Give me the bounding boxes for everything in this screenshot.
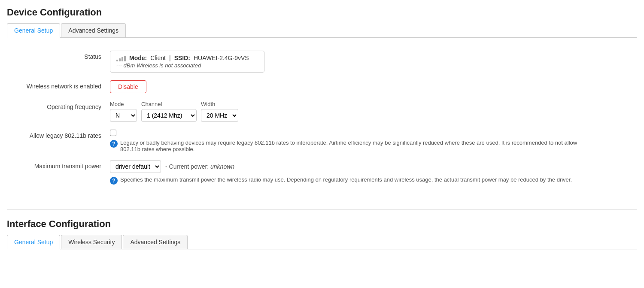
max-transmit-info: ? Specifies the maximum transmit power t… [110, 176, 582, 185]
width-select[interactable]: 20 MHz 40 MHz 80 MHz [201, 109, 238, 122]
disable-button[interactable]: Disable [110, 80, 146, 93]
legacy-info-icon: ? [110, 140, 118, 148]
ssid-value: HUAWEI-2.4G-9vVS [194, 55, 249, 61]
separator: | [169, 55, 171, 61]
dbm-value: --- dBm [116, 62, 135, 69]
status-label: Status [7, 51, 110, 60]
current-power-text: - Current power: unknown [165, 163, 234, 170]
power-select[interactable]: driver default 1 dBm 2 dBm 5 dBm 10 dBm … [110, 160, 161, 173]
mode-select[interactable]: N B G B/G A [110, 109, 137, 122]
channel-select[interactable]: 1 (2412 Mhz) 2 (2417 Mhz) 3 (2422 Mhz) 6… [141, 109, 197, 122]
transmit-info-icon: ? [110, 177, 118, 185]
device-config-title: Device Configuration [7, 7, 637, 18]
operating-frequency-label: Operating frequency [7, 101, 110, 110]
mode-freq-label: Mode [110, 101, 137, 107]
signal-icon [116, 55, 126, 61]
ssid-label: SSID: [174, 55, 190, 61]
current-power-label: - Current power: [165, 163, 209, 170]
max-transmit-control: driver default 1 dBm 2 dBm 5 dBm 10 dBm … [110, 160, 637, 185]
interface-config-title: Interface Configuration [7, 218, 637, 230]
width-group: Width 20 MHz 40 MHz 80 MHz [201, 101, 238, 122]
mode-group: Mode N B G B/G A [110, 101, 137, 122]
max-transmit-row: Maximum transmit power driver default 1 … [7, 160, 637, 185]
width-label: Width [201, 101, 238, 107]
device-config-form: Status Mode: Client | SSID: HUAWEI-2.4G-… [7, 46, 637, 201]
max-transmit-info-text: Specifies the maximum transmit power the… [120, 176, 572, 183]
tab-advanced-settings-interface[interactable]: Advanced Settings [123, 235, 188, 249]
tab-general-setup-interface[interactable]: General Setup [7, 235, 60, 249]
legacy-rates-info: ? Legacy or badly behaving devices may r… [110, 139, 582, 152]
tab-advanced-settings-device[interactable]: Advanced Settings [61, 23, 126, 37]
status-line2: --- dBm Wireless is not associated [116, 62, 258, 69]
wireless-enabled-control: Disable [110, 80, 637, 93]
status-row: Status Mode: Client | SSID: HUAWEI-2.4G-… [7, 51, 637, 73]
interface-config-tabs: General Setup Wireless Security Advanced… [7, 235, 637, 249]
operating-frequency-row: Operating frequency Mode N B G B/G A Cha… [7, 101, 637, 122]
operating-frequency-control: Mode N B G B/G A Channel 1 (2412 Mhz) 2 … [110, 101, 637, 122]
not-associated: Wireless is not associated [137, 62, 201, 69]
legacy-rates-row: Allow legacy 802.11b rates ? Legacy or b… [7, 130, 637, 152]
legacy-checkbox-row [110, 130, 637, 136]
status-value: Mode: Client | SSID: HUAWEI-2.4G-9vVS --… [110, 51, 637, 73]
interface-config-section: Interface Configuration General Setup Wi… [7, 218, 637, 249]
wireless-enabled-label: Wireless network is enabled [7, 80, 110, 90]
mode-label: Mode: [129, 55, 147, 61]
max-transmit-label: Maximum transmit power [7, 160, 110, 170]
wireless-enabled-row: Wireless network is enabled Disable [7, 80, 637, 93]
legacy-rates-control: ? Legacy or badly behaving devices may r… [110, 130, 637, 152]
current-power-value: unknown [210, 163, 234, 170]
channel-group: Channel 1 (2412 Mhz) 2 (2417 Mhz) 3 (242… [141, 101, 197, 122]
legacy-rates-info-text: Legacy or badly behaving devices may req… [120, 139, 582, 152]
mode-value: Client [150, 55, 166, 61]
freq-row: Mode N B G B/G A Channel 1 (2412 Mhz) 2 … [110, 101, 637, 122]
status-box: Mode: Client | SSID: HUAWEI-2.4G-9vVS --… [110, 51, 264, 73]
legacy-rates-checkbox[interactable] [110, 130, 116, 136]
legacy-rates-label: Allow legacy 802.11b rates [7, 130, 110, 139]
device-config-tabs: General Setup Advanced Settings [7, 23, 637, 38]
tab-wireless-security[interactable]: Wireless Security [61, 235, 122, 249]
power-row: driver default 1 dBm 2 dBm 5 dBm 10 dBm … [110, 160, 637, 173]
status-line1: Mode: Client | SSID: HUAWEI-2.4G-9vVS [116, 55, 258, 61]
section-divider [7, 209, 637, 210]
tab-general-setup-device[interactable]: General Setup [7, 23, 60, 38]
channel-label: Channel [141, 101, 197, 107]
